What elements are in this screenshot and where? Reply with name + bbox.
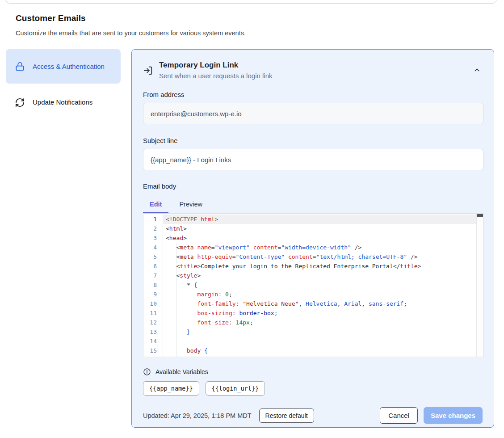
- email-body-tabs: Edit Preview: [143, 197, 483, 214]
- save-changes-button[interactable]: Save changes: [424, 407, 483, 424]
- editor-scrollbar[interactable]: [476, 214, 483, 357]
- collapsed-card-above[interactable]: [5, 0, 497, 4]
- collapse-button[interactable]: [471, 64, 483, 76]
- restore-default-button[interactable]: Restore default: [259, 409, 314, 423]
- editor-code-area[interactable]: <!DOCTYPE html><html><head> <meta name="…: [163, 214, 483, 357]
- tab-preview[interactable]: Preview: [172, 197, 209, 214]
- sidebar-item-access-authentication[interactable]: Access & Authentication: [6, 49, 121, 84]
- code-line: <style>: [166, 271, 483, 280]
- updated-timestamp: Updated: Apr 29, 2025, 1:18 PM MDT: [143, 412, 252, 419]
- email-template-panel: Temporary Login Link Sent when a user re…: [131, 49, 494, 428]
- subject-line-label: Subject line: [143, 137, 483, 144]
- lock-icon: [15, 61, 25, 72]
- editor-line-numbers: 12345678910111213141516: [143, 214, 163, 357]
- page-title: Customer Emails: [16, 13, 328, 23]
- variable-chip-login-url[interactable]: {{login_url}}: [206, 381, 265, 396]
- code-line: [166, 337, 483, 346]
- available-variables-label: Available Variables: [155, 368, 208, 375]
- page-subtitle: Customize the emails that are sent to yo…: [16, 29, 328, 37]
- tab-edit[interactable]: Edit: [143, 197, 168, 214]
- code-line: font-size: 14px;: [166, 318, 483, 327]
- login-icon: [143, 66, 153, 76]
- variable-chips: {{app_name}} {{login_url}}: [143, 381, 483, 396]
- page-header: Customer Emails Customize the emails tha…: [16, 13, 328, 37]
- code-line: background-color: #ffffff;: [166, 355, 483, 357]
- code-line: * {: [166, 280, 483, 290]
- subject-line-input[interactable]: [143, 149, 483, 170]
- editor-scrollbar-thumb[interactable]: [477, 214, 483, 217]
- code-line: <meta name="viewport" content="width=dev…: [166, 243, 483, 252]
- chevron-up-icon: [473, 66, 481, 74]
- code-line: <title>Complete your login to the Replic…: [166, 261, 483, 271]
- panel-header: Temporary Login Link Sent when a user re…: [143, 61, 483, 80]
- code-line: font-family: "Helvetica Neue", Helvetica…: [166, 299, 483, 308]
- cancel-button[interactable]: Cancel: [380, 407, 418, 424]
- info-icon: [143, 368, 151, 376]
- code-line: <!DOCTYPE html>: [166, 215, 483, 224]
- sidebar: Access & Authentication Update Notificat…: [6, 49, 121, 114]
- sidebar-item-label: Access & Authentication: [33, 61, 105, 72]
- code-line: <html>: [166, 224, 483, 233]
- code-line: <meta http-equiv="Content-Type" content=…: [166, 252, 483, 261]
- panel-footer: Updated: Apr 29, 2025, 1:18 PM MDT Resto…: [143, 407, 483, 424]
- code-line: body {: [166, 346, 483, 355]
- sync-icon: [15, 97, 25, 108]
- from-address-input[interactable]: [143, 103, 483, 124]
- sidebar-item-update-notifications[interactable]: Update Notifications: [6, 91, 121, 114]
- variable-chip-app-name[interactable]: {{app_name}}: [143, 381, 199, 396]
- panel-subtitle: Sent when a user requests a login link: [159, 72, 465, 80]
- code-line: <head>: [166, 233, 483, 243]
- code-line: }: [166, 327, 483, 337]
- panel-title: Temporary Login Link: [159, 61, 465, 70]
- code-line: margin: 0;: [166, 290, 483, 299]
- from-address-label: From address: [143, 91, 483, 98]
- sidebar-item-label: Update Notifications: [33, 97, 92, 108]
- email-body-label: Email body: [143, 182, 483, 190]
- code-editor[interactable]: 12345678910111213141516 <!DOCTYPE html><…: [143, 213, 483, 357]
- code-line: box-sizing: border-box;: [166, 308, 483, 318]
